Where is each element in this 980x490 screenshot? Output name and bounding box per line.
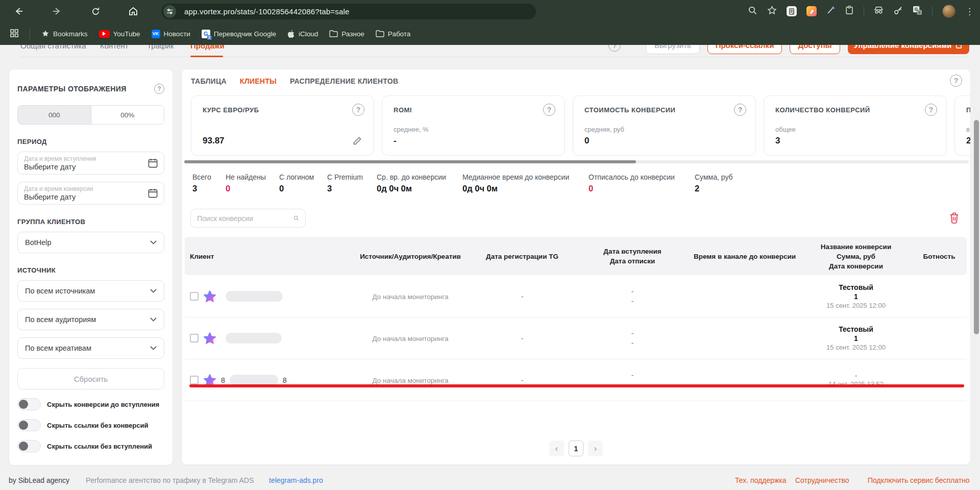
bookmark-label: YouTube	[113, 30, 140, 38]
manage-conversions-button[interactable]: Управление конверсиями	[848, 45, 969, 54]
card-help-icon[interactable]: ?	[925, 104, 937, 116]
page-help-icon[interactable]: ?	[608, 45, 621, 52]
client-name-prefix: 8	[221, 376, 225, 384]
bookmark-item-bookmarks[interactable]: Bookmarks	[41, 30, 88, 38]
bookmark-item-youtube[interactable]: YouTube	[99, 30, 140, 38]
page-header-clipped: Общая статистика Контент Трафик Продажи …	[0, 45, 973, 59]
hide-links-without-joins-toggle[interactable]	[17, 440, 41, 452]
conversion-search-input[interactable]	[197, 214, 289, 223]
source-select[interactable]: По всем источникам	[17, 280, 164, 302]
search-tabs-icon[interactable]	[748, 6, 757, 17]
address-bar[interactable]: app.vortex.pro/stats/-1002856442086?tab=…	[161, 4, 536, 19]
clients-help-icon[interactable]: ?	[950, 75, 962, 87]
row-checkbox[interactable]	[190, 292, 199, 301]
chevron-down-icon	[150, 346, 157, 350]
footer-partnership-link[interactable]: Сотрудничество	[795, 476, 849, 484]
calendar-icon[interactable]	[148, 158, 158, 170]
svg-text:文: 文	[918, 10, 921, 14]
page-next-button[interactable]: ›	[588, 440, 603, 456]
row-checkbox[interactable]	[190, 376, 199, 384]
audience-select[interactable]: По всем аудиториям	[17, 309, 164, 330]
bookmark-item-icloud[interactable]: iCloud	[287, 30, 318, 38]
passwords-key-icon[interactable]	[893, 6, 903, 17]
colorpicker-extension-icon[interactable]	[806, 6, 817, 16]
bookmark-item-misc[interactable]: Разное	[329, 30, 364, 38]
tab-sales[interactable]: Продажи	[190, 45, 225, 50]
cards-scrollbar-thumb[interactable]	[184, 160, 636, 163]
col-source: Источник/Аудитория/Креатив	[360, 251, 461, 261]
client-group-select[interactable]: BotHelp	[17, 232, 164, 253]
edit-pencil-icon[interactable]	[352, 136, 362, 148]
join-date-input[interactable]: Дата и время вступления Выберите дату	[17, 152, 164, 175]
translate-extension-icon[interactable]: G文	[913, 6, 922, 17]
youtube-icon	[99, 30, 110, 38]
hide-pre-join-conversions-toggle[interactable]	[17, 398, 41, 410]
card-title: СТОИМОСТЬ КОНВЕРСИИ	[584, 106, 744, 114]
page-scrollbar[interactable]	[973, 45, 980, 490]
pagination: ‹ 1 ›	[549, 440, 603, 456]
hide-links-without-conversions-toggle[interactable]	[17, 419, 41, 431]
notes-extension-icon[interactable]	[787, 6, 797, 16]
mode-percent-button[interactable]: 00%	[91, 106, 164, 124]
card-title: ROMI	[394, 106, 553, 114]
browser-toolbar: app.vortex.pro/stats/-1002856442086?tab=…	[0, 0, 980, 22]
creative-select[interactable]: По всем креативам	[17, 337, 164, 359]
mode-absolute-button[interactable]: 000	[18, 106, 91, 124]
sidebar-help-icon[interactable]: ?	[154, 84, 164, 94]
tab-traffic[interactable]: Трафик	[147, 45, 174, 50]
conversion-search[interactable]	[190, 209, 306, 228]
tab-content[interactable]: Контент	[100, 45, 129, 50]
footer-connect-link[interactable]: Подключить сервис бесплатно	[868, 476, 970, 484]
access-button[interactable]: Доступы	[790, 45, 840, 54]
export-button[interactable]: Выгрузить	[646, 45, 700, 54]
card-subtitle: среднее, %	[394, 126, 429, 133]
bookmark-item-translate[interactable]: G文Переводчик Google	[202, 30, 276, 38]
site-settings-icon[interactable]	[163, 5, 176, 18]
card-subtitle: в	[966, 126, 970, 133]
profile-avatar[interactable]	[942, 5, 955, 18]
delete-trash-icon[interactable]	[949, 212, 960, 226]
forward-icon[interactable]	[50, 5, 63, 18]
proxy-links-button[interactable]: Прокси-ссылки	[707, 45, 782, 54]
stat-with-login: С логином0	[279, 173, 314, 193]
bookmark-label: Новости	[164, 30, 190, 38]
audience-value: По всем аудиториям	[25, 315, 96, 324]
summary-cards-strip: КУРС ЕВРО/РУБ ? 93.87 ROMI ? среднее, % …	[182, 95, 971, 156]
home-icon[interactable]	[127, 5, 140, 18]
pen-extension-icon[interactable]	[826, 6, 836, 17]
card-help-icon[interactable]: ?	[352, 104, 364, 116]
bookmark-star-icon[interactable]	[767, 6, 777, 17]
menu-kebab-icon[interactable]: ⋮	[965, 7, 974, 16]
footer-site-link[interactable]: telegram-ads.pro	[269, 476, 323, 484]
page-number-button[interactable]: 1	[569, 440, 583, 456]
footer-support-link[interactable]: Тех. поддержка	[735, 476, 787, 484]
card-help-icon[interactable]: ?	[734, 104, 746, 116]
bookmark-label: Bookmarks	[53, 30, 88, 38]
reset-button[interactable]: Сбросить	[17, 368, 164, 389]
page-prev-button[interactable]: ‹	[549, 440, 564, 456]
conversion-date-hint: Дата и время конверсии	[24, 185, 158, 192]
card-value: 93.87	[203, 136, 225, 146]
bookmark-item-news[interactable]: VKНовости	[152, 30, 190, 38]
row-checkbox[interactable]	[190, 334, 199, 342]
reload-icon[interactable]	[89, 5, 102, 18]
clipboard-extension-icon[interactable]	[845, 6, 854, 17]
conversion-date-input[interactable]: Дата и время конверсии Выберите дату	[17, 182, 164, 205]
tab-clients[interactable]: КЛИЕНТЫ	[240, 77, 277, 85]
card-help-icon[interactable]: ?	[543, 104, 555, 116]
tab-general-stats[interactable]: Общая статистика	[20, 45, 86, 50]
filters-sidebar: ПАРАМЕТРЫ ОТОБРАЖЕНИЯ ? 000 00% ПЕРИОД Д…	[9, 69, 173, 465]
tab-client-distribution[interactable]: РАСПРЕДЕЛЕНИЕ КЛИЕНТОВ	[290, 77, 398, 85]
calendar-icon[interactable]	[148, 188, 158, 201]
incognito-extension-icon[interactable]	[874, 6, 884, 16]
toggle-label: Скрыть конверсии до вступления	[47, 401, 159, 408]
apps-grid-icon[interactable]	[10, 29, 18, 39]
back-icon[interactable]	[12, 5, 26, 18]
tab-table[interactable]: ТАБЛИЦА	[191, 77, 227, 85]
page-scrollbar-thumb[interactable]	[974, 120, 979, 334]
bookmark-item-work[interactable]: Работа	[376, 30, 411, 38]
cards-horizontal-scrollbar[interactable]	[184, 160, 969, 163]
premium-star-icon	[203, 290, 216, 303]
chevron-down-icon	[150, 317, 157, 322]
client-group-value: BotHelp	[25, 238, 52, 247]
